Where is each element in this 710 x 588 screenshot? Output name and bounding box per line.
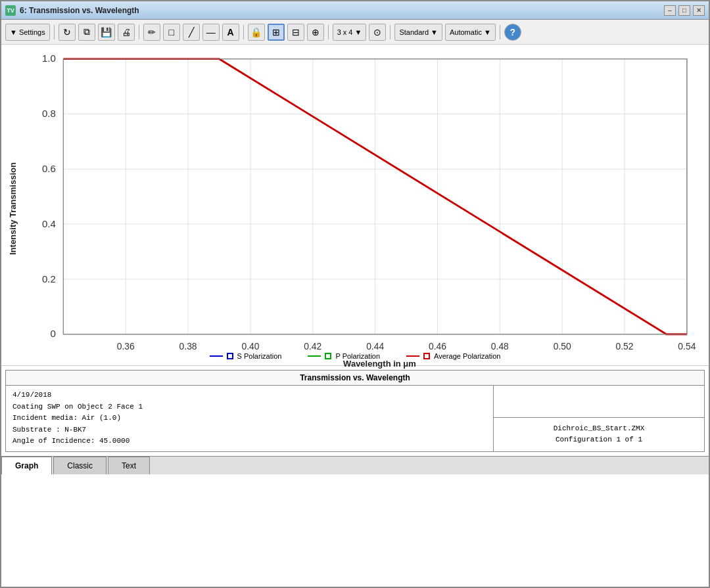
close-button[interactable]: ✕ [693,5,705,16]
overlay-button[interactable]: ⊕ [307,24,324,41]
draw-pencil-button[interactable]: ✏ [143,24,160,41]
minimize-button[interactable]: – [664,5,676,16]
info-right-top [494,386,704,418]
svg-text:0.40: 0.40 [241,341,259,351]
info-left: 4/19/2018 Coating SWP on Object 2 Face 1… [6,386,494,451]
grid-size-button[interactable]: 3 x 4 ▼ [333,24,367,41]
svg-text:0.38: 0.38 [179,341,197,351]
toolbar-separator-6 [500,25,500,39]
print-button[interactable]: 🖨 [118,24,135,41]
grid-toggle-button[interactable]: ⊞ [268,24,285,41]
help-button[interactable]: ? [504,24,521,41]
info-table-body: 4/19/2018 Coating SWP on Object 2 Face 1… [6,386,704,451]
svg-text:0.2: 0.2 [42,273,56,284]
lock-button[interactable]: 🔒 [248,24,265,41]
svg-text:0.55: 0.55 [687,355,702,357]
svg-text:0.4: 0.4 [42,218,56,229]
svg-text:0.50: 0.50 [554,341,571,351]
info-table: Transmission vs. Wavelength 4/19/2018 Co… [5,370,705,452]
draw-hline-button[interactable]: — [202,24,220,41]
info-coating: Coating SWP on Object 2 Face 1 [12,401,486,413]
draw-line-button[interactable]: ╱ [183,24,200,41]
save-button[interactable]: 💾 [98,24,115,41]
export-button[interactable]: ⊟ [287,24,304,41]
window-controls: – □ ✕ [664,5,705,16]
svg-text:0.46: 0.46 [429,341,446,351]
info-filename: Dichroic_BS_Start.ZMX [500,423,698,435]
toolbar-separator-3 [243,25,244,39]
svg-text:0: 0 [50,328,55,339]
info-config: Configuration 1 of 1 [500,434,698,446]
svg-text:0.36: 0.36 [117,341,135,351]
info-right: Dichroic_BS_Start.ZMX Configuration 1 of… [494,386,704,451]
info-angle: Angle of Incidence: 45.0000 [12,436,486,447]
chart-svg-area[interactable]: 0 0.2 0.4 0.6 0.8 1.0 0.36 0.38 0.40 0.4… [18,51,702,357]
maximize-button[interactable]: □ [678,5,690,16]
x-axis-title: Wavelength in μm [18,357,702,370]
toolbar-separator-1 [54,25,55,39]
toolbar: ▼ Settings ↻ ⧉ 💾 🖨 ✏ □ ╱ — A 🔒 ⊞ ⊟ ⊕ 3 x… [1,20,709,45]
info-right-bottom: Dichroic_BS_Start.ZMX Configuration 1 of… [494,418,704,451]
chart-svg: 0 0.2 0.4 0.6 0.8 1.0 0.36 0.38 0.40 0.4… [18,51,702,357]
tab-text[interactable]: Text [108,457,150,474]
info-substrate: Substrate : N-BK7 [12,424,486,436]
svg-text:0.8: 0.8 [42,108,56,119]
settings-icon: ▼ [10,28,17,36]
svg-text:0.44: 0.44 [366,341,384,351]
info-media: Incident media: Air (1.0) [12,413,486,424]
toolbar-separator-5 [390,25,390,39]
svg-text:0.54: 0.54 [678,341,696,351]
title-bar: TV 6: Transmission vs. Wavelength – □ ✕ [1,1,709,20]
content-area: Intensity Transmission [1,45,709,587]
grid-size-dropdown-icon: ▼ [355,28,362,36]
tab-classic[interactable]: Classic [53,457,106,474]
toolbar-separator-2 [139,25,139,39]
svg-text:0.48: 0.48 [491,341,509,351]
draw-text-button[interactable]: A [222,24,239,41]
tab-bar: Graph Classic Text [1,456,709,474]
standard-dropdown[interactable]: Standard ▼ [394,24,442,41]
settings-button[interactable]: ▼ Settings [5,24,50,41]
svg-text:0.6: 0.6 [42,163,56,174]
main-window: TV 6: Transmission vs. Wavelength – □ ✕ … [0,0,710,588]
svg-text:0.42: 0.42 [304,341,321,351]
draw-rect-button[interactable]: □ [163,24,180,41]
automatic-dropdown[interactable]: Automatic ▼ [445,24,496,41]
tab-graph[interactable]: Graph [1,457,52,474]
rotate-button[interactable]: ⊙ [369,24,386,41]
info-table-title: Transmission vs. Wavelength [6,371,704,386]
svg-text:1.0: 1.0 [42,53,56,64]
y-axis-label: Intensity Transmission [8,51,18,347]
copy-button[interactable]: ⧉ [78,24,95,41]
svg-text:0.35: 0.35 [55,355,72,357]
svg-text:0.52: 0.52 [616,341,634,351]
toolbar-separator-4 [328,25,329,39]
info-date: 4/19/2018 [12,390,486,401]
window-title: 6: Transmission vs. Wavelength [20,6,139,15]
app-icon: TV [5,5,16,16]
refresh-button[interactable]: ↻ [59,24,76,41]
chart-right: 0 0.2 0.4 0.6 0.8 1.0 0.36 0.38 0.40 0.4… [18,51,702,347]
chart-container: Intensity Transmission [1,45,709,347]
